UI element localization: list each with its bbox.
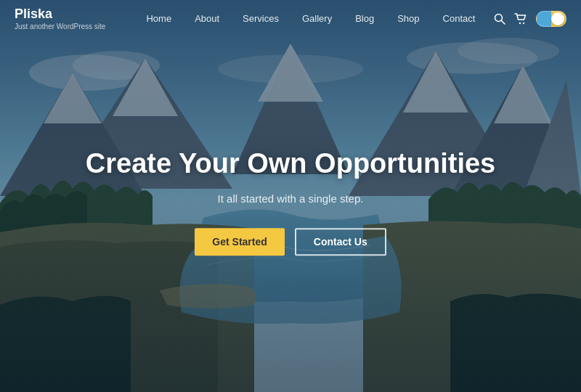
contact-us-button[interactable]: Contact Us — [295, 228, 386, 256]
nav-link-shop[interactable]: Shop — [386, 0, 431, 37]
get-started-button[interactable]: Get Started — [195, 228, 284, 256]
hero-section: Pliska Just another WordPress site Home … — [0, 0, 581, 392]
brand-title: Pliska — [15, 7, 105, 23]
toggle-knob — [551, 12, 564, 25]
nav-link-contact[interactable]: Contact — [431, 0, 487, 37]
nav-link-about[interactable]: About — [183, 0, 231, 37]
hero-buttons: Get Started Contact Us — [73, 228, 508, 256]
svg-point-20 — [519, 22, 521, 23]
nav-links: Home About Services Gallery Blog Shop Co… — [134, 0, 494, 37]
cart-icon[interactable] — [514, 13, 527, 25]
search-icon[interactable] — [494, 13, 505, 25]
nav-link-home[interactable]: Home — [134, 0, 183, 37]
nav-link-blog[interactable]: Blog — [344, 0, 386, 37]
nav-link-gallery[interactable]: Gallery — [290, 0, 344, 37]
brand-subtitle: Just another WordPress site — [15, 23, 105, 30]
hero-subtitle: It all started with a single step. — [73, 192, 508, 205]
navbar: Pliska Just another WordPress site Home … — [0, 0, 581, 37]
nav-link-services[interactable]: Services — [231, 0, 290, 37]
svg-point-21 — [523, 22, 524, 23]
hero-content: Create Your Own Opportunities It all sta… — [73, 147, 508, 256]
brand: Pliska Just another WordPress site — [15, 7, 105, 30]
svg-line-19 — [502, 20, 505, 24]
theme-toggle[interactable] — [536, 11, 566, 27]
hero-title: Create Your Own Opportunities — [73, 147, 508, 181]
nav-icons — [494, 11, 566, 27]
